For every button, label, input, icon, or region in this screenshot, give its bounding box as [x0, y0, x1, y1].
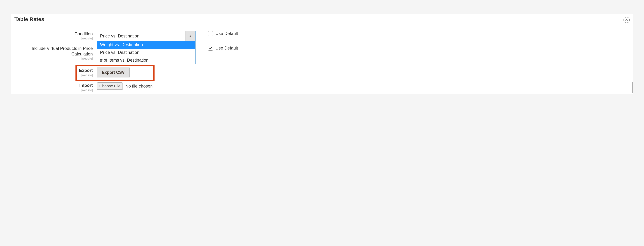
condition-use-default-checkbox[interactable] [208, 31, 213, 36]
import-label: Import [14, 82, 93, 88]
condition-select[interactable]: Price vs. Destination [97, 31, 196, 41]
collapse-toggle[interactable] [624, 17, 630, 23]
condition-option[interactable]: Price vs. Destination [97, 49, 195, 56]
include-virtual-label: Include Virtual Products in Price Calcul… [14, 46, 93, 57]
use-default-label: Use Default [216, 31, 238, 36]
condition-dropdown: Weight vs. DestinationPrice vs. Destinat… [97, 41, 196, 64]
export-label: Export [14, 68, 93, 73]
scope-label: [website] [14, 89, 93, 92]
condition-label: Condition [14, 31, 93, 37]
use-default-label: Use Default [216, 46, 238, 51]
scope-label: [website] [14, 57, 93, 60]
chevron-up-icon [625, 19, 628, 21]
condition-selected-value: Price vs. Destination [97, 31, 185, 41]
panel-title: Table Rates [14, 16, 44, 22]
include-virtual-use-default-checkbox[interactable] [208, 46, 213, 51]
condition-option[interactable]: # of Items vs. Destination [97, 56, 195, 64]
scope-label: [website] [14, 37, 93, 40]
scrollbar-thumb[interactable] [632, 82, 633, 93]
choose-file-button[interactable]: Choose File [97, 82, 123, 90]
scope-label: [website] [14, 74, 93, 77]
file-chosen-status: No file chosen [125, 84, 152, 89]
export-csv-button[interactable]: Export CSV [97, 68, 130, 77]
checkmark-icon [209, 47, 212, 50]
condition-option[interactable]: Weight vs. Destination [97, 41, 195, 49]
table-rates-panel: Table Rates Condition [website] Price vs… [11, 15, 633, 94]
triangle-up-icon [189, 35, 192, 37]
select-arrow-button[interactable] [185, 31, 195, 41]
